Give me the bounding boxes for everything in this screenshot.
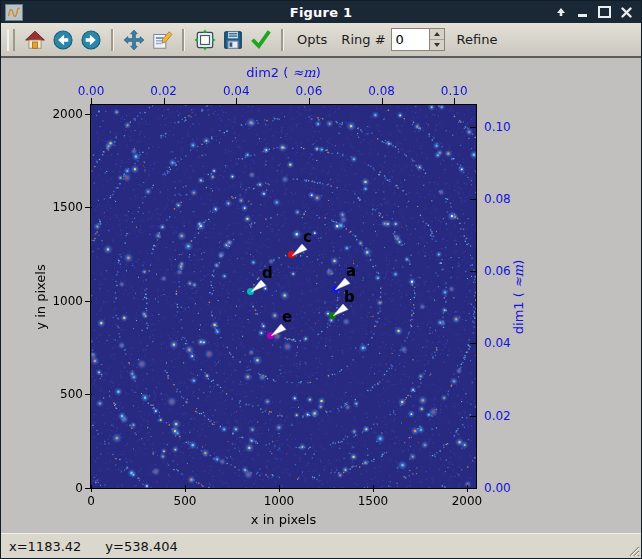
close-icon: [621, 7, 632, 18]
figure-canvas-area: abcde 050010001500200005001000150020000.…: [1, 58, 641, 533]
ring-number-label: Ring #: [341, 32, 385, 47]
cursor-x-readout: x=1183.42: [9, 539, 81, 554]
check-icon: [250, 29, 272, 51]
cursor-y-readout: y=538.404: [105, 539, 177, 554]
y-tick-label: 2000: [52, 107, 83, 121]
x-axis-label: x in pixels: [251, 512, 316, 527]
rollup-button[interactable]: [554, 6, 567, 19]
forward-button[interactable]: [78, 27, 104, 53]
diffraction-image-plot[interactable]: abcde: [90, 104, 477, 489]
top-axis-label: dim2 ( ≈m): [246, 65, 320, 80]
window-title: Figure 1: [1, 5, 641, 20]
spin-up-icon: [434, 32, 440, 36]
x-tick-label: 2000: [452, 494, 483, 508]
resize-grip[interactable]: [626, 543, 640, 557]
toolbar-drag-handle[interactable]: [7, 29, 15, 51]
control-point-label: b: [344, 288, 355, 306]
save-button[interactable]: [220, 27, 246, 53]
pan-icon: [123, 29, 145, 51]
back-icon: [52, 29, 74, 51]
opts-button[interactable]: Opts: [297, 32, 327, 47]
configure-subplots-button[interactable]: [192, 27, 218, 53]
top-tick-label: 0.10: [441, 84, 468, 98]
diffraction-image[interactable]: [91, 105, 476, 488]
titlebar[interactable]: Figure 1: [1, 1, 641, 23]
y-tick-label: 1500: [52, 200, 83, 214]
spin-down-button[interactable]: [430, 40, 444, 50]
matplotlib-wave-icon: [5, 4, 23, 21]
toolbar-separator: [182, 29, 185, 51]
home-icon: [24, 29, 46, 51]
x-tick-label: 1500: [358, 494, 389, 508]
save-icon: [222, 29, 244, 51]
configure-subplots-icon: [194, 29, 216, 51]
control-point-label: a: [346, 262, 356, 280]
right-axis-label: dim1 ( ≈m): [511, 259, 526, 333]
top-tick-label: 0.04: [223, 84, 250, 98]
maximize-icon: [598, 6, 611, 18]
x-tick-label: 0: [87, 494, 95, 508]
x-tick-label: 500: [174, 494, 197, 508]
statusbar: x=1183.42 y=538.404: [1, 533, 641, 558]
figure-window: Figure 1: [0, 0, 642, 559]
right-tick-label: 0.04: [484, 336, 511, 350]
right-tick-label: 0.06: [484, 264, 511, 278]
toolbar: Opts Ring # Refine: [1, 23, 641, 58]
refine-button[interactable]: Refine: [457, 32, 498, 47]
spin-down-icon: [434, 43, 440, 47]
edit-button[interactable]: [149, 27, 175, 53]
home-button[interactable]: [22, 27, 48, 53]
top-tick-label: 0.00: [78, 84, 105, 98]
control-point-label: c: [303, 228, 312, 246]
right-tick-label: 0.10: [484, 120, 511, 134]
edit-icon: [151, 29, 173, 51]
top-tick-label: 0.02: [150, 84, 177, 98]
back-button[interactable]: [50, 27, 76, 53]
minimize-button[interactable]: [576, 6, 589, 19]
minimize-icon: [578, 14, 587, 17]
toolbar-separator: [111, 29, 114, 51]
top-tick-label: 0.08: [368, 84, 395, 98]
ring-number-spinbox: [391, 28, 445, 51]
control-point-label: d: [262, 264, 273, 282]
y-axis-label: y in pixels: [33, 264, 48, 329]
y-tick-label: 500: [60, 387, 83, 401]
y-tick-label: 1000: [52, 294, 83, 308]
toolbar-separator: [281, 29, 284, 51]
spin-up-button[interactable]: [430, 29, 444, 40]
apply-check-button[interactable]: [248, 27, 274, 53]
right-tick-label: 0.08: [484, 192, 511, 206]
top-tick-label: 0.06: [296, 84, 323, 98]
close-button[interactable]: [620, 6, 633, 19]
y-tick-label: 0: [75, 481, 83, 495]
maximize-button[interactable]: [598, 6, 611, 19]
forward-icon: [80, 29, 102, 51]
right-tick-label: 0.00: [484, 481, 511, 495]
ring-number-input[interactable]: [392, 29, 429, 50]
right-tick-label: 0.02: [484, 409, 511, 423]
pan-button[interactable]: [121, 27, 147, 53]
x-tick-label: 1000: [264, 494, 295, 508]
control-point-label: e: [282, 308, 292, 326]
